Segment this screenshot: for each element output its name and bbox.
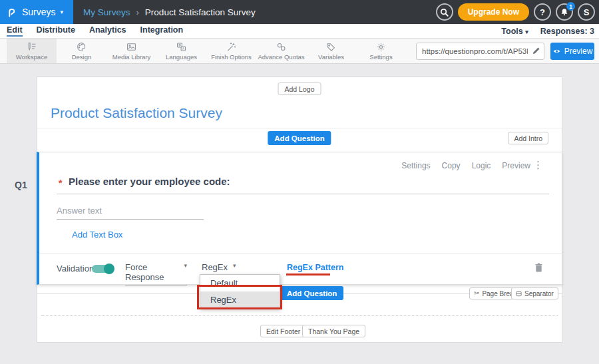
survey-url-input[interactable] — [416, 43, 544, 60]
question-text[interactable]: Please enter your employee code: — [69, 176, 230, 187]
toolbar-label: Workspace — [16, 53, 47, 61]
nav-right-actions: Tools ▾ Responses: 3 — [501, 27, 594, 36]
svg-text:A: A — [182, 47, 185, 51]
question-settings-link[interactable]: Settings — [401, 161, 430, 170]
question-mark-icon: ? — [540, 7, 545, 17]
toolbar-item-settings[interactable]: Settings — [356, 39, 406, 63]
validation-type-value: RegEx — [202, 262, 228, 272]
toolbar-label: Languages — [166, 53, 197, 61]
footer-divider — [41, 315, 558, 316]
toolbar-label: Settings — [369, 53, 392, 61]
chevron-down-icon: ▾ — [233, 262, 236, 272]
question-number: Q1 — [15, 180, 27, 190]
toolbar-item-design[interactable]: Design — [57, 39, 106, 63]
languages-icon: A — [176, 41, 187, 53]
design-icon — [76, 41, 87, 53]
avatar-initial: S — [584, 7, 590, 17]
product-menu[interactable]: Surveys ▾ — [0, 0, 73, 24]
top-bar: Surveys ▾ My Surveys › Product Satisfact… — [0, 0, 599, 24]
tools-menu[interactable]: Tools ▾ — [501, 27, 528, 36]
toolbar-label: Finish Options — [211, 53, 252, 61]
dropdown-option-regex[interactable]: RegEx — [200, 291, 280, 308]
survey-title[interactable]: Product Satisfaction Survey — [51, 105, 222, 121]
toolbar-item-media-library[interactable]: Media Library — [106, 39, 156, 63]
add-text-box-link[interactable]: Add Text Box — [72, 230, 122, 240]
question-preview-link[interactable]: Preview — [502, 161, 530, 170]
header-actions: Upgrade Now ? 1 S — [436, 3, 595, 21]
add-intro-button[interactable]: Add Intro — [508, 132, 548, 144]
product-menu-label: Surveys — [22, 7, 56, 17]
validation-label: Validation — [57, 264, 94, 273]
edit-url-pencil-icon[interactable] — [532, 47, 540, 55]
search-icon — [439, 7, 449, 17]
breadcrumb-separator: › — [136, 7, 139, 17]
toolbar-label: Variables — [318, 53, 344, 61]
tools-label: Tools — [501, 27, 522, 36]
thank-you-page-button[interactable]: Thank You Page — [302, 325, 365, 337]
preview-button[interactable]: Preview — [550, 43, 594, 60]
toolbar-item-advance-quotas[interactable]: Advance Quotas — [256, 39, 306, 63]
chevron-down-icon: ▾ — [61, 9, 64, 15]
tab-analytics[interactable]: Analytics — [89, 25, 126, 37]
eye-icon — [552, 48, 561, 55]
regex-pattern-red-annotation-underline — [286, 273, 330, 275]
survey-url-field-wrap — [416, 43, 544, 60]
notification-badge: 1 — [566, 2, 575, 11]
separator-icon — [516, 291, 522, 297]
toolbar-item-variables[interactable]: Variables — [306, 39, 356, 63]
question-card: Settings Copy Logic Preview ⋮ * Please e… — [37, 152, 562, 285]
tab-distribute[interactable]: Distribute — [37, 25, 75, 37]
question-logic-link[interactable]: Logic — [472, 161, 491, 170]
header-divider — [37, 128, 562, 128]
toolbar-label: Media Library — [112, 53, 151, 61]
answer-text-field[interactable]: Answer text — [57, 206, 102, 216]
advance-quotas-icon — [276, 41, 287, 53]
tab-edit[interactable]: Edit — [7, 25, 23, 37]
add-question-top-button[interactable]: Add Question — [268, 131, 331, 145]
notifications-button[interactable]: 1 — [556, 3, 573, 21]
force-response-dropdown[interactable]: Force Response ▾ — [125, 262, 187, 285]
questionpro-survey-editor: Surveys ▾ My Surveys › Product Satisfact… — [0, 0, 599, 364]
toolbar-label: Design — [72, 53, 92, 61]
preview-label: Preview — [564, 47, 593, 56]
finish-options-icon — [226, 41, 237, 53]
toolbar-item-finish-options[interactable]: Finish Options — [206, 39, 256, 63]
validation-bar: Validation Force Response ▾ RegEx ▾ RegE… — [39, 254, 562, 284]
force-response-value: Force Response — [125, 262, 178, 282]
separator-label: Separator — [524, 290, 554, 297]
settings-icon — [375, 41, 387, 53]
kebab-menu-icon[interactable]: ⋮ — [533, 160, 543, 170]
help-button[interactable]: ? — [534, 3, 551, 21]
breadcrumb-my-surveys[interactable]: My Surveys — [83, 7, 130, 17]
delete-question-trash-icon[interactable] — [534, 262, 543, 273]
upgrade-now-button[interactable]: Upgrade Now — [458, 3, 529, 21]
nav-tabs: Edit Distribute Analytics Integration — [0, 25, 183, 37]
scissors-icon: ✂ — [474, 290, 479, 297]
media-library-icon — [126, 41, 137, 53]
chevron-down-icon: ▾ — [184, 262, 187, 282]
toolbar-item-workspace[interactable]: Workspace — [7, 39, 57, 63]
regex-pattern-link[interactable]: RegEx Pattern — [287, 263, 343, 272]
add-logo-button[interactable]: Add Logo — [278, 83, 321, 95]
separator-button[interactable]: Separator — [511, 287, 558, 299]
question-actions-menu: Settings Copy Logic Preview — [401, 161, 530, 170]
responses-count[interactable]: Responses: 3 — [540, 27, 594, 36]
workspace-icon — [26, 41, 37, 53]
toggle-knob — [104, 264, 114, 274]
edit-footer-button[interactable]: Edit Footer — [260, 325, 306, 337]
account-avatar[interactable]: S — [578, 3, 595, 21]
toolbar-label: Advance Quotas — [258, 53, 304, 61]
required-asterisk: * — [59, 178, 62, 188]
question-text-underline — [57, 194, 549, 194]
validation-toggle[interactable] — [92, 265, 113, 273]
answer-field-underline — [57, 219, 204, 220]
breadcrumb-current-survey: Product Satisfaction Survey — [145, 7, 256, 17]
add-question-bottom-button[interactable]: Add Question — [280, 286, 343, 300]
toolbar-item-languages[interactable]: A Languages — [156, 39, 206, 63]
tab-integration[interactable]: Integration — [140, 25, 184, 37]
validation-type-dropdown-menu: Default RegEx — [200, 274, 280, 309]
dropdown-option-default[interactable]: Default — [200, 275, 280, 291]
validation-type-dropdown[interactable]: RegEx ▾ — [202, 262, 234, 275]
question-copy-link[interactable]: Copy — [442, 161, 461, 170]
search-button[interactable] — [436, 3, 453, 21]
